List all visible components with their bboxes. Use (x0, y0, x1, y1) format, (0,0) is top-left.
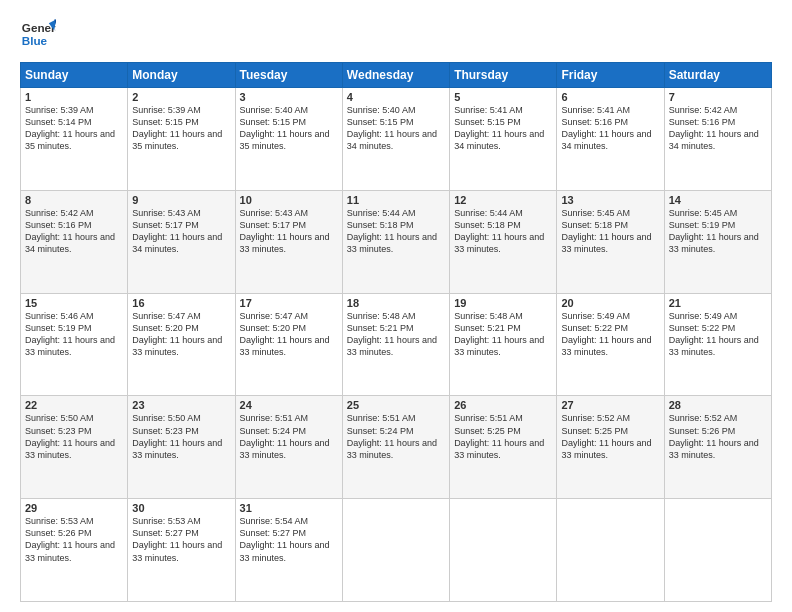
sunset-label: Sunset: 5:26 PM (669, 426, 736, 436)
table-row: 4 Sunrise: 5:40 AM Sunset: 5:15 PM Dayli… (342, 88, 449, 191)
day-number: 18 (347, 297, 445, 309)
daylight-label: Daylight: 11 hours and 33 minutes. (669, 232, 759, 254)
table-row: 26 Sunrise: 5:51 AM Sunset: 5:25 PM Dayl… (450, 396, 557, 499)
sunset-label: Sunset: 5:22 PM (669, 323, 736, 333)
sunrise-label: Sunrise: 5:51 AM (347, 413, 416, 423)
table-row: 29 Sunrise: 5:53 AM Sunset: 5:26 PM Dayl… (21, 499, 128, 602)
day-number: 19 (454, 297, 552, 309)
day-info: Sunrise: 5:47 AM Sunset: 5:20 PM Dayligh… (240, 310, 338, 359)
table-row: 31 Sunrise: 5:54 AM Sunset: 5:27 PM Dayl… (235, 499, 342, 602)
day-info: Sunrise: 5:42 AM Sunset: 5:16 PM Dayligh… (669, 104, 767, 153)
sunrise-label: Sunrise: 5:39 AM (25, 105, 94, 115)
daylight-label: Daylight: 11 hours and 33 minutes. (240, 232, 330, 254)
day-info: Sunrise: 5:45 AM Sunset: 5:18 PM Dayligh… (561, 207, 659, 256)
table-row: 11 Sunrise: 5:44 AM Sunset: 5:18 PM Dayl… (342, 190, 449, 293)
day-number: 6 (561, 91, 659, 103)
day-number: 30 (132, 502, 230, 514)
header: General Blue (20, 16, 772, 52)
table-row: 20 Sunrise: 5:49 AM Sunset: 5:22 PM Dayl… (557, 293, 664, 396)
day-number: 2 (132, 91, 230, 103)
svg-text:Blue: Blue (22, 34, 48, 47)
day-info: Sunrise: 5:47 AM Sunset: 5:20 PM Dayligh… (132, 310, 230, 359)
daylight-label: Daylight: 11 hours and 34 minutes. (347, 129, 437, 151)
table-row: 18 Sunrise: 5:48 AM Sunset: 5:21 PM Dayl… (342, 293, 449, 396)
day-info: Sunrise: 5:40 AM Sunset: 5:15 PM Dayligh… (240, 104, 338, 153)
page: General Blue Sunday Monday Tuesday Wedne… (0, 0, 792, 612)
day-info: Sunrise: 5:42 AM Sunset: 5:16 PM Dayligh… (25, 207, 123, 256)
day-info: Sunrise: 5:46 AM Sunset: 5:19 PM Dayligh… (25, 310, 123, 359)
table-row: 19 Sunrise: 5:48 AM Sunset: 5:21 PM Dayl… (450, 293, 557, 396)
sunrise-label: Sunrise: 5:49 AM (669, 311, 738, 321)
calendar-week-row: 22 Sunrise: 5:50 AM Sunset: 5:23 PM Dayl… (21, 396, 772, 499)
sunset-label: Sunset: 5:27 PM (240, 528, 307, 538)
sunrise-label: Sunrise: 5:47 AM (240, 311, 309, 321)
daylight-label: Daylight: 11 hours and 35 minutes. (240, 129, 330, 151)
daylight-label: Daylight: 11 hours and 35 minutes. (132, 129, 222, 151)
col-wednesday: Wednesday (342, 63, 449, 88)
calendar: Sunday Monday Tuesday Wednesday Thursday… (20, 62, 772, 602)
sunset-label: Sunset: 5:26 PM (25, 528, 92, 538)
day-number: 12 (454, 194, 552, 206)
table-row: 6 Sunrise: 5:41 AM Sunset: 5:16 PM Dayli… (557, 88, 664, 191)
table-row: 22 Sunrise: 5:50 AM Sunset: 5:23 PM Dayl… (21, 396, 128, 499)
table-row: 7 Sunrise: 5:42 AM Sunset: 5:16 PM Dayli… (664, 88, 771, 191)
sunset-label: Sunset: 5:19 PM (669, 220, 736, 230)
calendar-header-row: Sunday Monday Tuesday Wednesday Thursday… (21, 63, 772, 88)
calendar-week-row: 8 Sunrise: 5:42 AM Sunset: 5:16 PM Dayli… (21, 190, 772, 293)
sunset-label: Sunset: 5:18 PM (347, 220, 414, 230)
sunset-label: Sunset: 5:20 PM (240, 323, 307, 333)
table-row (557, 499, 664, 602)
sunset-label: Sunset: 5:18 PM (561, 220, 628, 230)
col-friday: Friday (557, 63, 664, 88)
sunrise-label: Sunrise: 5:53 AM (25, 516, 94, 526)
col-saturday: Saturday (664, 63, 771, 88)
calendar-week-row: 1 Sunrise: 5:39 AM Sunset: 5:14 PM Dayli… (21, 88, 772, 191)
sunrise-label: Sunrise: 5:53 AM (132, 516, 201, 526)
sunset-label: Sunset: 5:21 PM (454, 323, 521, 333)
day-info: Sunrise: 5:49 AM Sunset: 5:22 PM Dayligh… (561, 310, 659, 359)
table-row: 10 Sunrise: 5:43 AM Sunset: 5:17 PM Dayl… (235, 190, 342, 293)
day-number: 25 (347, 399, 445, 411)
sunrise-label: Sunrise: 5:42 AM (25, 208, 94, 218)
daylight-label: Daylight: 11 hours and 33 minutes. (240, 438, 330, 460)
day-number: 26 (454, 399, 552, 411)
sunset-label: Sunset: 5:25 PM (561, 426, 628, 436)
table-row: 17 Sunrise: 5:47 AM Sunset: 5:20 PM Dayl… (235, 293, 342, 396)
col-sunday: Sunday (21, 63, 128, 88)
day-number: 7 (669, 91, 767, 103)
sunrise-label: Sunrise: 5:52 AM (669, 413, 738, 423)
day-number: 16 (132, 297, 230, 309)
day-info: Sunrise: 5:44 AM Sunset: 5:18 PM Dayligh… (347, 207, 445, 256)
day-number: 13 (561, 194, 659, 206)
sunset-label: Sunset: 5:15 PM (454, 117, 521, 127)
day-info: Sunrise: 5:44 AM Sunset: 5:18 PM Dayligh… (454, 207, 552, 256)
daylight-label: Daylight: 11 hours and 33 minutes. (561, 438, 651, 460)
sunrise-label: Sunrise: 5:54 AM (240, 516, 309, 526)
day-number: 22 (25, 399, 123, 411)
daylight-label: Daylight: 11 hours and 33 minutes. (347, 335, 437, 357)
table-row (664, 499, 771, 602)
table-row: 2 Sunrise: 5:39 AM Sunset: 5:15 PM Dayli… (128, 88, 235, 191)
sunset-label: Sunset: 5:15 PM (347, 117, 414, 127)
daylight-label: Daylight: 11 hours and 33 minutes. (347, 232, 437, 254)
sunset-label: Sunset: 5:27 PM (132, 528, 199, 538)
table-row: 1 Sunrise: 5:39 AM Sunset: 5:14 PM Dayli… (21, 88, 128, 191)
day-number: 31 (240, 502, 338, 514)
sunset-label: Sunset: 5:17 PM (132, 220, 199, 230)
sunset-label: Sunset: 5:18 PM (454, 220, 521, 230)
daylight-label: Daylight: 11 hours and 33 minutes. (25, 438, 115, 460)
col-monday: Monday (128, 63, 235, 88)
day-info: Sunrise: 5:41 AM Sunset: 5:16 PM Dayligh… (561, 104, 659, 153)
day-info: Sunrise: 5:39 AM Sunset: 5:14 PM Dayligh… (25, 104, 123, 153)
table-row (342, 499, 449, 602)
day-number: 14 (669, 194, 767, 206)
day-info: Sunrise: 5:43 AM Sunset: 5:17 PM Dayligh… (132, 207, 230, 256)
day-info: Sunrise: 5:53 AM Sunset: 5:26 PM Dayligh… (25, 515, 123, 564)
daylight-label: Daylight: 11 hours and 34 minutes. (25, 232, 115, 254)
day-info: Sunrise: 5:52 AM Sunset: 5:26 PM Dayligh… (669, 412, 767, 461)
calendar-week-row: 15 Sunrise: 5:46 AM Sunset: 5:19 PM Dayl… (21, 293, 772, 396)
table-row: 25 Sunrise: 5:51 AM Sunset: 5:24 PM Dayl… (342, 396, 449, 499)
calendar-week-row: 29 Sunrise: 5:53 AM Sunset: 5:26 PM Dayl… (21, 499, 772, 602)
sunset-label: Sunset: 5:16 PM (25, 220, 92, 230)
table-row: 21 Sunrise: 5:49 AM Sunset: 5:22 PM Dayl… (664, 293, 771, 396)
